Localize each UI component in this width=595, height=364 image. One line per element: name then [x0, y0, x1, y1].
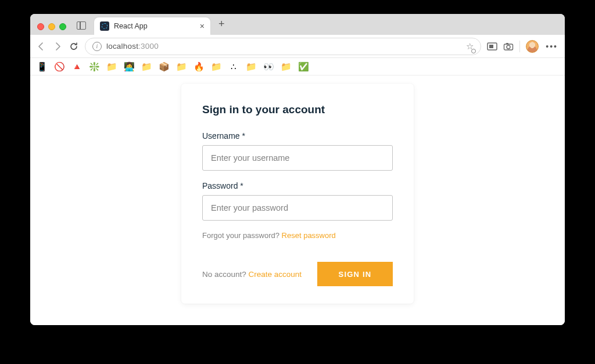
camera-icon[interactable]	[503, 41, 514, 52]
password-field-group: Password *	[202, 181, 393, 221]
back-button[interactable]	[36, 41, 46, 52]
overflow-menu-button[interactable]: •••	[544, 42, 559, 51]
reader-view-icon[interactable]	[487, 41, 497, 52]
browser-window: React App × + i localhost:3000 ☆	[30, 14, 565, 325]
address-port: :3000	[138, 42, 159, 51]
bookmarks-bar: 📱 🚫 🔺 ❇️ 📁 👩‍💻 📁 📦 📁 🔥 📁 ∴ 📁 👀 📁 ✅	[30, 58, 565, 75]
signin-heading: Sign in to your account	[202, 103, 393, 116]
browser-tab[interactable]: React App ×	[94, 17, 210, 35]
username-input[interactable]	[202, 145, 393, 171]
bookmark-star-icon[interactable]: ☆	[466, 41, 474, 52]
signin-card: Sign in to your account Username * Passw…	[181, 84, 414, 304]
bookmark-item[interactable]: 👀	[263, 62, 274, 72]
svg-rect-1	[489, 45, 493, 48]
bookmark-item[interactable]: 👩‍💻	[123, 62, 135, 72]
reload-button[interactable]	[69, 41, 79, 52]
minimize-window-button[interactable]	[48, 23, 55, 30]
tab-title: React App	[114, 22, 195, 30]
username-label: Username *	[202, 131, 393, 140]
username-field-group: Username *	[202, 131, 393, 171]
forward-button[interactable]	[52, 41, 63, 52]
bookmark-item[interactable]: 🔺	[71, 62, 83, 72]
react-favicon-icon	[100, 21, 109, 31]
address-text: localhost:3000	[106, 42, 461, 51]
password-label: Password *	[202, 181, 393, 190]
toolbar-separator	[519, 41, 520, 52]
address-bar[interactable]: i localhost:3000 ☆	[85, 38, 481, 55]
bookmark-item[interactable]: 🔥	[193, 62, 205, 72]
browser-toolbar: i localhost:3000 ☆ •••	[30, 35, 565, 58]
bookmark-item[interactable]: 📁	[106, 62, 117, 72]
star-gear-icon	[471, 49, 476, 53]
bookmark-item[interactable]: 📁	[245, 62, 257, 72]
svg-rect-4	[506, 43, 508, 45]
signin-button[interactable]: SIGN IN	[317, 262, 393, 286]
bookmark-item[interactable]: 📁	[210, 62, 222, 72]
password-input[interactable]	[202, 195, 393, 221]
bookmark-item[interactable]: 📱	[36, 62, 48, 72]
tab-strip: React App × +	[30, 14, 565, 35]
new-tab-button[interactable]: +	[215, 18, 228, 35]
reset-password-link[interactable]: Reset password	[282, 231, 336, 240]
bookmark-item[interactable]: 🚫	[53, 62, 65, 72]
bookmark-item[interactable]: 📁	[141, 62, 152, 72]
bookmark-item[interactable]: ✅	[298, 62, 309, 72]
bookmark-item[interactable]: 📁	[175, 62, 187, 72]
no-account-text: No account?	[202, 270, 249, 279]
bookmark-item[interactable]: ❇️	[88, 62, 100, 72]
site-info-icon[interactable]: i	[92, 42, 102, 51]
address-host: localhost	[106, 42, 138, 51]
zoom-window-button[interactable]	[59, 23, 66, 30]
bookmark-item[interactable]: ∴	[228, 62, 239, 72]
forgot-password-row: Forgot your password? Reset password	[202, 231, 393, 240]
sidebar-toggle-icon[interactable]	[77, 21, 86, 30]
close-tab-button[interactable]: ×	[200, 21, 205, 31]
no-account-row: No account? Create account	[202, 270, 302, 279]
bookmark-item[interactable]: 📦	[158, 62, 170, 72]
svg-point-3	[507, 45, 510, 49]
signin-footer: No account? Create account SIGN IN	[202, 262, 393, 286]
create-account-link[interactable]: Create account	[249, 270, 302, 279]
profile-avatar[interactable]	[526, 40, 539, 53]
forgot-password-text: Forgot your password?	[202, 231, 282, 240]
close-window-button[interactable]	[37, 23, 44, 30]
bookmark-item[interactable]: 📁	[280, 62, 292, 72]
page-viewport: Sign in to your account Username * Passw…	[30, 75, 565, 325]
window-controls	[35, 23, 69, 35]
